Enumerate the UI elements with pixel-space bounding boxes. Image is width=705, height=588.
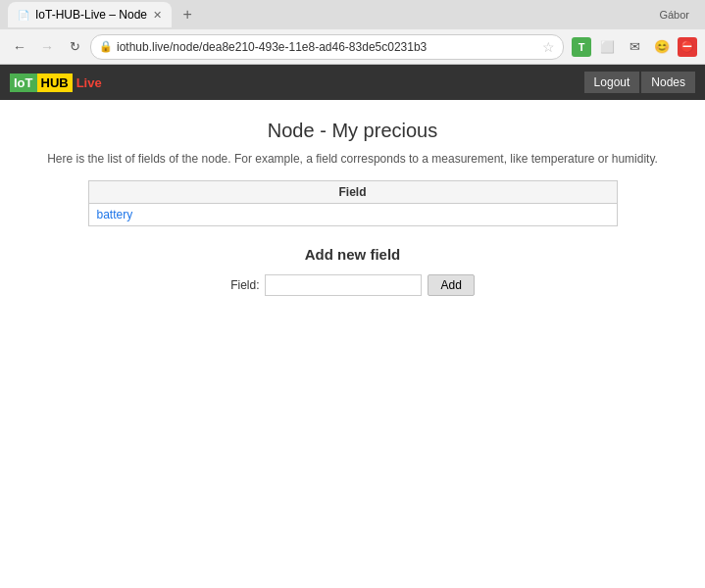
reload-button[interactable]: ↻ (63, 35, 86, 59)
browser-extensions: T ⬜ ✉ 😊 ⛔ (572, 35, 697, 59)
tab-close-button[interactable]: ✕ (153, 9, 162, 22)
browser-chrome: 📄 IoT-HUB-Live – Node ✕ + Gábor ← → ↻ 🔒 … (0, 0, 705, 65)
logo-hub: HUB (37, 74, 73, 92)
lock-icon: 🔒 (99, 40, 113, 53)
add-button[interactable]: Add (428, 274, 474, 296)
field-input[interactable] (265, 274, 422, 296)
logo-iot: IoT (10, 74, 37, 92)
address-bar-container: 🔒 ☆ (90, 34, 564, 60)
main-content: Node - My precious Here is the list of f… (0, 100, 705, 588)
forward-button[interactable]: → (35, 35, 59, 59)
extension-face-icon[interactable]: 😊 (650, 35, 674, 59)
page-title: Node - My precious (20, 120, 685, 142)
field-battery-link[interactable]: battery (97, 208, 133, 221)
back-button[interactable]: ← (8, 35, 31, 59)
extension-t-icon[interactable]: T (572, 37, 591, 57)
page-description: Here is the list of fields of the node. … (20, 152, 685, 166)
logo-live: Live (73, 74, 106, 92)
browser-tab[interactable]: 📄 IoT-HUB-Live – Node ✕ (8, 2, 172, 27)
extension-mail-icon[interactable]: ✉ (623, 35, 646, 59)
nodes-button[interactable]: Nodes (641, 72, 695, 93)
bookmark-icon[interactable]: ☆ (542, 39, 555, 55)
field-table-header: Field (88, 181, 617, 204)
account-label: Gábor (651, 9, 697, 21)
extension-s-icon[interactable]: ⬜ (595, 35, 619, 59)
tab-favicon: 📄 (18, 10, 29, 21)
add-field-section: Add new field Field: Add (20, 246, 685, 296)
tab-bar: 📄 IoT-HUB-Live – Node ✕ + Gábor (0, 0, 705, 29)
header-nav: Logout Nodes (584, 72, 695, 93)
tab-title: IoT-HUB-Live – Node (35, 8, 147, 22)
app-header: IoT HUB Live Logout Nodes (0, 65, 705, 100)
new-tab-button[interactable]: + (176, 3, 199, 26)
address-input[interactable] (117, 40, 538, 54)
add-field-title: Add new field (20, 246, 685, 263)
nav-bar: ← → ↻ 🔒 ☆ T ⬜ ✉ 😊 ⛔ (0, 29, 705, 65)
add-field-form: Field: Add (20, 274, 685, 296)
logout-button[interactable]: Logout (584, 72, 640, 93)
table-row: battery (88, 204, 617, 226)
extension-block-icon[interactable]: ⛔ (678, 37, 697, 57)
field-table: Field battery (88, 180, 618, 226)
app-container: IoT HUB Live Logout Nodes Node - My prec… (0, 65, 705, 588)
field-label: Field: (230, 278, 259, 292)
